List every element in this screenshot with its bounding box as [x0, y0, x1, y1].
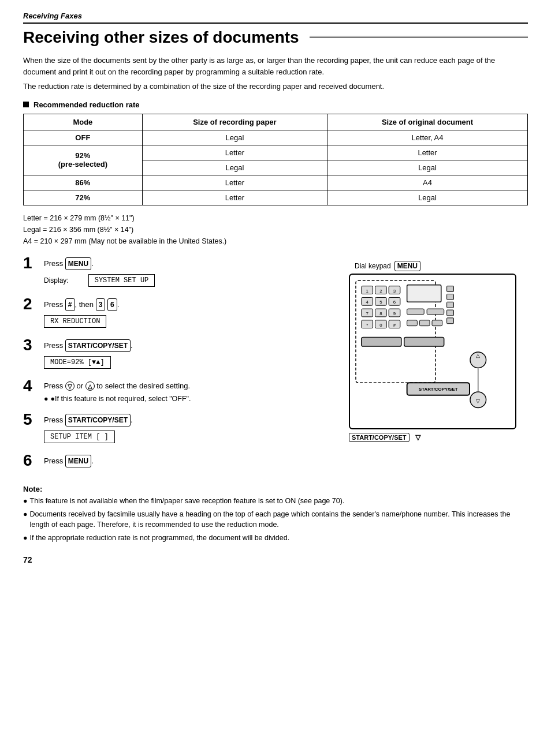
col-header-recording: Size of recording paper — [142, 114, 327, 130]
measurements: Letter = 216 × 279 mm (8½" × 11") Legal … — [23, 212, 528, 247]
svg-rect-37 — [404, 337, 444, 346]
svg-rect-28 — [447, 302, 454, 308]
col-header-mode: Mode — [24, 114, 143, 130]
table-row: 92%(pre-selected) Letter Letter — [24, 145, 528, 160]
svg-text:5: 5 — [379, 300, 382, 305]
note-title: Note: — [23, 485, 528, 493]
hash-key[interactable]: # — [65, 298, 75, 311]
svg-rect-26 — [447, 286, 454, 291]
page-number: 72 — [23, 555, 528, 564]
table-row: 72% Letter Legal — [24, 190, 528, 205]
reduction-table: Mode Size of recording paper Size of ori… — [23, 114, 528, 205]
display-step1: SYSTEM SET UP — [88, 274, 155, 287]
start-copy-set-key-diagram[interactable]: START/COPY/SET — [349, 433, 409, 442]
svg-rect-32 — [427, 309, 444, 315]
step-3: 3 Press START/COPY/SET. MODE=92% [▼▲] — [23, 337, 337, 372]
svg-rect-30 — [447, 317, 454, 323]
svg-text:0: 0 — [379, 322, 382, 327]
step-1: 1 Press MENU. Display: SYSTEM SET UP — [23, 255, 337, 290]
intro-paragraph1: When the size of the documents sent by t… — [23, 55, 528, 77]
page-header: Receiving Faxes — [23, 12, 528, 20]
svg-text:2: 2 — [379, 288, 382, 293]
svg-text:▽: ▽ — [476, 398, 480, 403]
table-row: OFF Legal Letter, A4 — [24, 130, 528, 145]
svg-rect-35 — [432, 320, 442, 325]
svg-rect-36 — [362, 337, 401, 346]
step-5: 5 Press START/COPY/SET. SETUP ITEM [ ] — [23, 411, 337, 447]
note-section: Note: This feature is not available when… — [23, 485, 528, 544]
svg-text:1: 1 — [366, 288, 368, 293]
down-btn[interactable]: ▽ — [65, 381, 75, 391]
svg-text:START/COPY/SET: START/COPY/SET — [419, 386, 458, 391]
steps-column: 1 Press MENU. Display: SYSTEM SET UP 2 P… — [23, 255, 337, 476]
svg-text:7: 7 — [366, 310, 368, 316]
svg-text:9: 9 — [393, 310, 396, 316]
note-item-3: If the appropriate reduction rate is not… — [23, 533, 528, 544]
reduction-rate-header: Recommended reduction rate — [23, 100, 528, 109]
start-copy-set-key-3[interactable]: START/COPY/SET — [65, 339, 131, 352]
key-3[interactable]: 3 — [96, 298, 106, 311]
note-item-1: This feature is not available when the f… — [23, 496, 528, 507]
col-header-original: Size of original document — [327, 114, 528, 130]
step-4: 4 Press ▽ or △ to select the desired set… — [23, 378, 337, 406]
svg-text:3: 3 — [393, 288, 396, 293]
svg-rect-33 — [407, 320, 418, 325]
svg-rect-34 — [419, 320, 430, 325]
dial-keypad-label: Dial keypad — [355, 262, 391, 270]
page-title: Receiving other sizes of documents — [23, 28, 528, 47]
start-copy-set-key-5[interactable]: START/COPY/SET — [65, 414, 131, 426]
diagram-column: Dial keypad MENU 1 2 3 4 — [349, 255, 528, 476]
step-6: 6 Press MENU. — [23, 452, 337, 470]
menu-key-diagram[interactable]: MENU — [394, 261, 420, 271]
svg-text:*: * — [366, 322, 368, 327]
fax-machine-svg: 1 2 3 4 5 6 7 8 9 * — [349, 274, 516, 429]
fax-diagram-wrapper: Dial keypad MENU 1 2 3 4 — [349, 261, 528, 442]
display-step2: RX REDUCTION — [44, 315, 106, 328]
menu-key-6[interactable]: MENU — [65, 455, 91, 467]
svg-text:4: 4 — [366, 300, 369, 305]
table-row: 86% Letter A4 — [24, 175, 528, 190]
svg-text:6: 6 — [393, 300, 396, 305]
display-step5: SETUP ITEM [ ] — [44, 431, 115, 443]
down-arrow-label: ▽ — [415, 433, 420, 441]
intro-paragraph2: The reduction rate is determined by a co… — [23, 81, 528, 92]
key-6[interactable]: 6 — [107, 298, 117, 311]
start-copy-set-diagram-label: START/COPY/SET ▽ — [349, 433, 528, 442]
svg-text:8: 8 — [379, 310, 382, 316]
note-item-2: Documents received by facsimile usually … — [23, 509, 528, 531]
svg-rect-25 — [407, 285, 441, 302]
step-2: 2 Press #, then 3 6. RX REDUCTION — [23, 296, 337, 331]
display-step3: MODE=92% [▼▲] — [44, 356, 111, 369]
svg-text:△: △ — [476, 352, 480, 358]
svg-text:#: # — [393, 322, 396, 327]
header-divider — [23, 23, 528, 24]
svg-rect-29 — [447, 310, 454, 316]
svg-rect-27 — [447, 294, 454, 300]
svg-rect-31 — [407, 309, 425, 315]
up-btn[interactable]: △ — [85, 381, 95, 391]
menu-key-1[interactable]: MENU — [65, 257, 91, 270]
